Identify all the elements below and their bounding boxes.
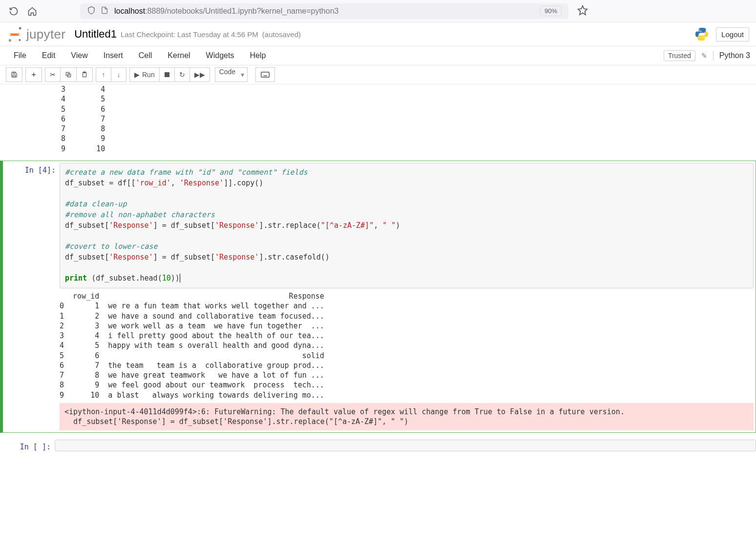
menu-cell[interactable]: Cell (131, 46, 160, 65)
notebook-area: 3 4 4 5 5 6 6 7 7 8 8 9 9 10 In [4]: #cr… (0, 84, 756, 471)
shield-icon (87, 6, 96, 17)
cell-prompt: In [ ]: (0, 440, 55, 451)
insert-below-button[interactable]: ＋ (25, 67, 42, 82)
run-button[interactable]: ▶ Run (129, 67, 160, 82)
cell-type-value: Code (219, 68, 235, 76)
svg-rect-5 (13, 72, 15, 74)
home-icon[interactable] (27, 6, 37, 16)
python-logo-icon (694, 27, 709, 41)
page-icon (101, 6, 108, 16)
toolbar: ＋ ✂ ↑ ↓ ▶ Run ↻ ▶▶ Code (0, 65, 756, 84)
cut-button[interactable]: ✂ (45, 67, 61, 82)
reload-icon[interactable] (9, 6, 19, 16)
browser-toolbar: localhost:8889/notebooks/Untitled1.ipynb… (0, 0, 756, 22)
menu-widgets[interactable]: Widgets (198, 46, 242, 65)
copy-button[interactable] (60, 67, 77, 82)
menu-kernel[interactable]: Kernel (160, 46, 198, 65)
url-bar[interactable]: localhost:8889/notebooks/Untitled1.ipynb… (80, 3, 568, 19)
svg-point-2 (9, 39, 12, 42)
svg-rect-10 (261, 72, 270, 78)
notebook-header: jupyter Untitled1 Last Checkpoint: Last … (0, 22, 756, 46)
brand-text: jupyter (26, 27, 65, 42)
save-button[interactable] (6, 67, 22, 82)
svg-point-1 (19, 27, 21, 30)
code-input[interactable]: #create a new data frame with "id" and "… (60, 163, 754, 288)
code-cell-empty[interactable]: In [ ]: (0, 440, 756, 451)
url-host: localhost (114, 7, 145, 15)
svg-marker-0 (578, 6, 587, 15)
run-label: Run (142, 71, 155, 79)
zoom-badge[interactable]: 90% (540, 6, 562, 16)
url-rest: :8889/notebooks/Untitled1.ipynb?kernel_n… (145, 7, 338, 15)
trusted-badge[interactable]: Trusted (664, 50, 695, 61)
cell4-warning: <ipython-input-4-4011d4d099f4>:6: Future… (60, 403, 754, 431)
jupyter-logo[interactable]: jupyter (7, 26, 65, 42)
move-up-button[interactable]: ↑ (96, 67, 111, 82)
prev-cell-output: 3 4 4 5 5 6 6 7 7 8 8 9 9 10 (0, 84, 756, 154)
menu-bar: File Edit View Insert Cell Kernel Widget… (0, 46, 756, 65)
move-down-button[interactable]: ↓ (111, 67, 126, 82)
command-palette-button[interactable] (255, 67, 275, 82)
restart-button[interactable]: ↻ (174, 67, 190, 82)
menu-file[interactable]: File (6, 46, 34, 65)
notebook-title[interactable]: Untitled1 (74, 28, 117, 40)
interrupt-button[interactable] (159, 67, 175, 82)
kernel-name[interactable]: Python 3 (713, 51, 750, 60)
cell4-stdout: row_id Response 0 1 we re a fun team tha… (60, 288, 754, 400)
cell-prompt: In [4]: (5, 163, 60, 431)
menu-insert[interactable]: Insert (96, 46, 131, 65)
autosave-text: (autosaved) (262, 30, 301, 39)
code-cell-4[interactable]: In [4]: #create a new data frame with "i… (0, 161, 756, 433)
checkpoint-text: Last Checkpoint: Last Tuesday at 4:56 PM (121, 30, 258, 39)
logout-button[interactable]: Logout (716, 27, 749, 41)
menu-view[interactable]: View (63, 46, 95, 65)
restart-run-all-button[interactable]: ▶▶ (189, 67, 210, 82)
cell-type-select[interactable]: Code (215, 67, 248, 82)
menu-edit[interactable]: Edit (34, 46, 63, 65)
paste-button[interactable] (76, 67, 93, 82)
svg-rect-4 (13, 75, 16, 77)
code-input[interactable] (55, 440, 756, 451)
bookmark-star-icon[interactable] (577, 5, 588, 17)
svg-point-3 (19, 39, 21, 41)
menu-help[interactable]: Help (242, 46, 273, 65)
edit-mode-icon[interactable]: ✎ (701, 52, 707, 60)
